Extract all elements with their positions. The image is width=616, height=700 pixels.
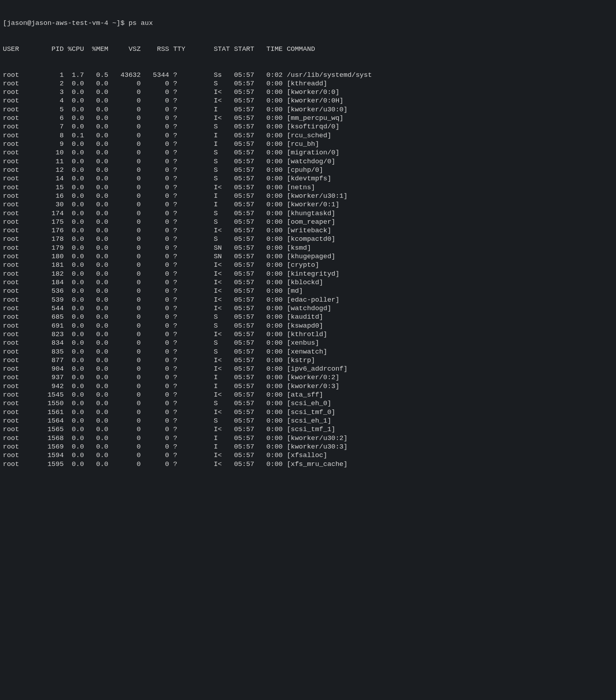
process-row: root 10 0.0 0.0 0 0 ? S 05:57 0:00 [migr…	[3, 148, 613, 157]
process-row: root 11 0.0 0.0 0 0 ? S 05:57 0:00 [watc…	[3, 157, 613, 166]
process-row: root 6 0.0 0.0 0 0 ? I< 05:57 0:00 [mm_p…	[3, 114, 613, 122]
process-row: root 180 0.0 0.0 0 0 ? SN 05:57 0:00 [kh…	[3, 252, 613, 261]
process-row: root 7 0.0 0.0 0 0 ? S 05:57 0:00 [ksoft…	[3, 122, 613, 131]
process-row: root 175 0.0 0.0 0 0 ? S 05:57 0:00 [oom…	[3, 218, 613, 226]
process-row: root 4 0.0 0.0 0 0 ? I< 05:57 0:00 [kwor…	[3, 96, 613, 105]
process-row: root 3 0.0 0.0 0 0 ? I< 05:57 0:00 [kwor…	[3, 88, 613, 96]
process-row: root 182 0.0 0.0 0 0 ? I< 05:57 0:00 [ki…	[3, 270, 613, 278]
process-row: root 5 0.0 0.0 0 0 ? I 05:57 0:00 [kwork…	[3, 105, 613, 114]
process-row: root 942 0.0 0.0 0 0 ? I 05:57 0:00 [kwo…	[3, 382, 613, 391]
terminal[interactable]: [jason@jason-aws-test-vm-4 ~]$ ps aux US…	[0, 0, 616, 480]
process-row: root 1 1.7 0.5 43632 5344 ? Ss 05:57 0:0…	[3, 71, 613, 79]
process-row: root 1594 0.0 0.0 0 0 ? I< 05:57 0:00 [x…	[3, 451, 613, 460]
process-row: root 1595 0.0 0.0 0 0 ? I< 05:57 0:00 [x…	[3, 460, 613, 468]
process-row: root 1568 0.0 0.0 0 0 ? I 05:57 0:00 [kw…	[3, 434, 613, 442]
process-row: root 14 0.0 0.0 0 0 ? S 05:57 0:00 [kdev…	[3, 174, 613, 183]
process-row: root 1550 0.0 0.0 0 0 ? S 05:57 0:00 [sc…	[3, 399, 613, 408]
process-row: root 30 0.0 0.0 0 0 ? I 05:57 0:00 [kwor…	[3, 200, 613, 209]
process-row: root 544 0.0 0.0 0 0 ? I< 05:57 0:00 [wa…	[3, 304, 613, 313]
process-row: root 904 0.0 0.0 0 0 ? I< 05:57 0:00 [ip…	[3, 365, 613, 373]
process-row: root 176 0.0 0.0 0 0 ? I< 05:57 0:00 [wr…	[3, 226, 613, 235]
process-row: root 181 0.0 0.0 0 0 ? I< 05:57 0:00 [cr…	[3, 261, 613, 269]
process-row: root 937 0.0 0.0 0 0 ? I 05:57 0:00 [kwo…	[3, 373, 613, 382]
process-row: root 835 0.0 0.0 0 0 ? S 05:57 0:00 [xen…	[3, 348, 613, 356]
process-row: root 15 0.0 0.0 0 0 ? I< 05:57 0:00 [net…	[3, 183, 613, 192]
process-row: root 1561 0.0 0.0 0 0 ? I< 05:57 0:00 [s…	[3, 408, 613, 417]
process-row: root 823 0.0 0.0 0 0 ? I< 05:57 0:00 [kt…	[3, 330, 613, 339]
process-row: root 1569 0.0 0.0 0 0 ? I 05:57 0:00 [kw…	[3, 442, 613, 451]
process-row: root 178 0.0 0.0 0 0 ? S 05:57 0:00 [kco…	[3, 235, 613, 243]
process-row: root 1564 0.0 0.0 0 0 ? S 05:57 0:00 [sc…	[3, 417, 613, 425]
process-row: root 9 0.0 0.0 0 0 ? I 05:57 0:00 [rcu_b…	[3, 140, 613, 148]
process-row: root 16 0.0 0.0 0 0 ? I 05:57 0:00 [kwor…	[3, 192, 613, 200]
process-row: root 536 0.0 0.0 0 0 ? I< 05:57 0:00 [md…	[3, 287, 613, 295]
process-row: root 877 0.0 0.0 0 0 ? I< 05:57 0:00 [ks…	[3, 356, 613, 365]
process-row: root 8 0.1 0.0 0 0 ? I 05:57 0:00 [rcu_s…	[3, 131, 613, 140]
process-row: root 1545 0.0 0.0 0 0 ? I< 05:57 0:00 [a…	[3, 391, 613, 399]
process-row: root 179 0.0 0.0 0 0 ? SN 05:57 0:00 [ks…	[3, 244, 613, 252]
prompt-line: [jason@jason-aws-test-vm-4 ~]$ ps aux	[3, 19, 613, 27]
ps-header-row: USER PID %CPU %MEM VSZ RSS TTY STAT STAR…	[3, 45, 613, 53]
process-row: root 12 0.0 0.0 0 0 ? S 05:57 0:00 [cpuh…	[3, 166, 613, 174]
process-row: root 539 0.0 0.0 0 0 ? I< 05:57 0:00 [ed…	[3, 296, 613, 304]
process-row: root 1565 0.0 0.0 0 0 ? I< 05:57 0:00 [s…	[3, 425, 613, 434]
process-row: root 2 0.0 0.0 0 0 ? S 05:57 0:00 [kthre…	[3, 79, 613, 88]
process-row: root 184 0.0 0.0 0 0 ? I< 05:57 0:00 [kb…	[3, 278, 613, 287]
process-row: root 834 0.0 0.0 0 0 ? S 05:57 0:00 [xen…	[3, 339, 613, 347]
process-row: root 685 0.0 0.0 0 0 ? S 05:57 0:00 [kau…	[3, 313, 613, 321]
process-row: root 691 0.0 0.0 0 0 ? S 05:57 0:00 [ksw…	[3, 322, 613, 330]
process-row: root 174 0.0 0.0 0 0 ? S 05:57 0:00 [khu…	[3, 209, 613, 218]
